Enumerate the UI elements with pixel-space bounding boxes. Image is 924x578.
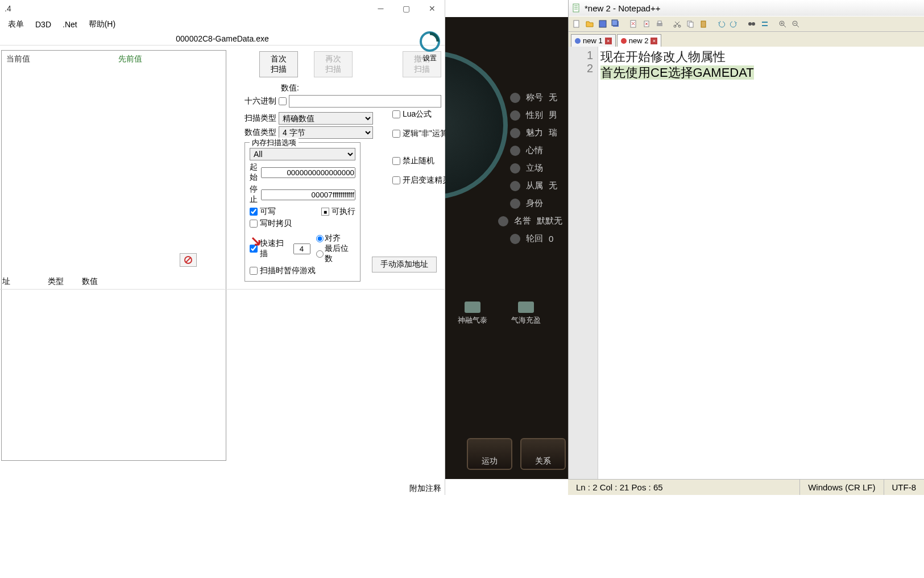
stat-icon — [510, 146, 520, 156]
disk-icon — [598, 19, 607, 28]
svg-rect-7 — [612, 20, 618, 26]
copy-button[interactable] — [685, 18, 696, 30]
close-button[interactable]: ✕ — [419, 0, 445, 17]
svg-rect-15 — [689, 22, 693, 27]
lua-formula-checkbox[interactable] — [392, 110, 400, 118]
lastdigits-radio[interactable] — [316, 250, 324, 258]
svg-line-2 — [186, 258, 190, 262]
redo-button[interactable] — [728, 18, 740, 30]
binoculars-icon — [747, 19, 756, 28]
npp-tabstrip: new 1× new 2× — [569, 32, 924, 47]
find-button[interactable] — [746, 18, 757, 30]
paste-button[interactable] — [698, 18, 709, 30]
stat-从属: 从属无 — [510, 180, 562, 191]
copyonwrite-checkbox[interactable] — [250, 220, 258, 228]
svg-rect-5 — [599, 20, 606, 27]
copy-icon — [686, 19, 695, 28]
ce-menubar: 表单 D3D .Net 帮助(H) — [0, 17, 445, 32]
no-entry-icon — [184, 255, 193, 265]
scan-type-select[interactable]: 精确数值 — [279, 112, 373, 125]
status-eol: Windows (CR LF) — [799, 480, 883, 495]
tab-new1[interactable]: new 1× — [571, 34, 616, 47]
tab-new2[interactable]: new 2× — [617, 34, 662, 47]
npp-editor[interactable]: 12 现在开始修改人物属性 首先使用CE选择GAMEDAT — [569, 47, 924, 495]
address-table-body[interactable] — [0, 290, 445, 483]
menu-table[interactable]: 表单 — [2, 18, 30, 31]
replace-button[interactable] — [759, 18, 770, 30]
game-button-1[interactable]: 运功 — [467, 438, 512, 470]
mem-region-select[interactable]: All — [250, 148, 355, 160]
npp-statusbar: Ln : 2 Col : 21 Pos : 65 Windows (CR LF)… — [568, 479, 924, 495]
print-button[interactable] — [654, 18, 665, 30]
close-tab-icon[interactable]: × — [605, 38, 612, 44]
menu-d3d[interactable]: D3D — [30, 19, 57, 30]
stat-icon — [510, 93, 520, 103]
new-file-button[interactable] — [571, 18, 582, 30]
start-address-input[interactable] — [261, 167, 355, 178]
menu-help[interactable]: 帮助(H) — [83, 18, 121, 31]
npp-titlebar: *new 2 - Notepad++ — [569, 0, 924, 16]
undo-button[interactable] — [715, 18, 727, 30]
game-button-2[interactable]: 关系 — [520, 438, 566, 470]
notepadpp-window: *new 2 - Notepad++ new 1× new 2× 12 现在开始… — [568, 0, 924, 495]
zoom-out-icon — [791, 19, 800, 28]
memory-scan-options: 内存扫描选项 All 起始 停止 可写 ■可执行 写时拷贝 快速扫描 对齐 最后… — [245, 142, 361, 282]
executable-checkbox[interactable]: ■ — [321, 208, 329, 216]
attached-process: 000002C8-GameData.exe — [0, 32, 445, 46]
close-file-button[interactable] — [628, 18, 639, 30]
first-scan-button[interactable]: 首次扫描 — [259, 51, 298, 77]
settings-button[interactable]: 设置 — [419, 31, 441, 63]
editor-content[interactable]: 现在开始修改人物属性 首先使用CE选择GAMEDAT — [598, 47, 924, 495]
fastscan-value-input[interactable] — [293, 243, 310, 254]
status-encoding: UTF-8 — [884, 480, 925, 495]
files-x-icon — [642, 19, 651, 28]
delete-result-button[interactable] — [180, 253, 197, 267]
minimize-button[interactable]: ─ — [368, 0, 393, 17]
undo-icon — [716, 19, 726, 28]
speedhack-checkbox[interactable] — [392, 176, 400, 184]
replace-icon — [760, 19, 769, 28]
next-scan-button: 再次扫描 — [314, 51, 353, 77]
col-type[interactable]: 类型 — [45, 276, 80, 287]
character-portrait — [445, 51, 508, 199]
add-to-list-button[interactable] — [248, 233, 264, 249]
manual-add-button[interactable]: 手动添加地址 — [372, 257, 437, 273]
file-icon — [572, 19, 581, 28]
cheat-engine-window: .4 ─ ▢ ✕ 表单 D3D .Net 帮助(H) 000002C8-Game… — [0, 0, 445, 495]
stat-icon — [510, 110, 520, 121]
open-file-button[interactable] — [584, 18, 595, 30]
close-tab-icon[interactable]: × — [650, 38, 657, 44]
address-table-header: 址 类型 数值 — [0, 272, 445, 290]
save-all-button[interactable] — [610, 18, 621, 30]
col-address[interactable]: 址 — [0, 276, 45, 287]
aligned-radio[interactable] — [316, 235, 324, 242]
start-label: 起始 — [250, 162, 259, 183]
not-checkbox[interactable] — [392, 130, 400, 138]
menu-net[interactable]: .Net — [57, 19, 83, 30]
close-all-button[interactable] — [641, 18, 652, 30]
extra-checks: Lua公式 逻辑"非"运算 禁止随机 开启变速精灵 — [392, 109, 450, 185]
game-window: 称号无性别男魅力瑞心情立场从属无身份名誉默默无轮回0 神融气泰 气海充盈 运功 … — [445, 17, 568, 479]
stop-address-input[interactable] — [261, 189, 355, 200]
value-type-select[interactable]: 4 字节 — [279, 126, 373, 139]
add-comment-link[interactable]: 附加注释 — [409, 484, 441, 494]
scan-value-input[interactable] — [289, 95, 441, 108]
ce-version: .4 — [5, 4, 11, 13]
norandom-checkbox[interactable] — [392, 157, 400, 165]
zoom-in-button[interactable] — [777, 18, 788, 30]
stat-icon — [510, 234, 520, 244]
printer-icon — [655, 19, 664, 28]
disks-icon — [611, 19, 620, 28]
col-value[interactable]: 数值 — [80, 276, 109, 287]
buff-1[interactable]: 神融气泰 — [454, 302, 491, 325]
stat-魅力: 魅力瑞 — [510, 127, 562, 138]
arrow-down-right-icon — [250, 236, 262, 247]
buff-2[interactable]: 气海充盈 — [508, 302, 544, 325]
save-button[interactable] — [597, 18, 608, 30]
stat-称号: 称号无 — [510, 92, 562, 103]
hex-checkbox[interactable] — [279, 97, 287, 105]
cut-button[interactable] — [672, 18, 683, 30]
zoom-out-button[interactable] — [790, 18, 801, 30]
writable-checkbox[interactable] — [250, 208, 258, 216]
maximize-button[interactable]: ▢ — [393, 0, 419, 17]
